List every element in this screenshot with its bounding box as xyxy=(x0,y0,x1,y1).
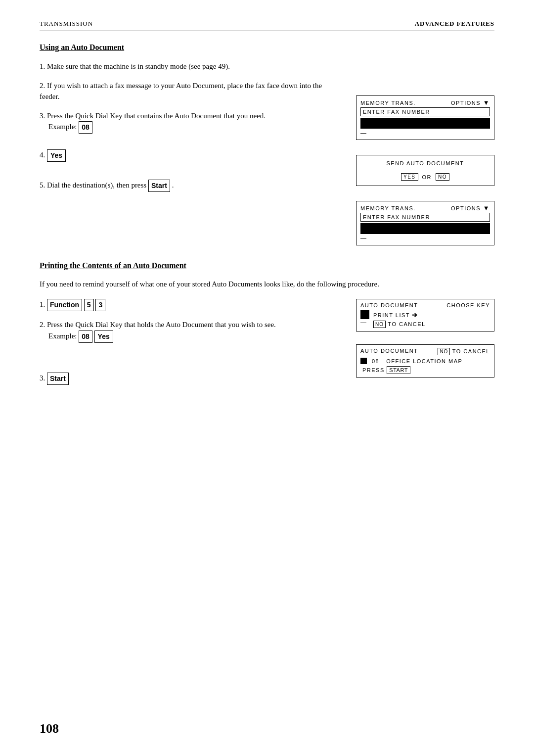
lcd1-right: OPTIONS ▼ xyxy=(451,99,490,106)
header-left: Transmission xyxy=(40,20,93,28)
lcd5-right: NO TO CANCEL xyxy=(438,348,490,355)
page: Transmission Advanced Features Using an … xyxy=(0,0,534,756)
lcd4-no-box: NO xyxy=(373,321,386,328)
lcd2-yes: YES xyxy=(401,173,418,181)
section1: Using an Auto Document 1. Make sure that… xyxy=(40,43,494,245)
section1-right: MEMORY TRANS. OPTIONS ▼ ENTER FAX NUMBER… xyxy=(356,61,494,245)
lcd-screen-2: SEND AUTO DOCUMENT YES OR NO xyxy=(356,155,494,186)
section2-desc: If you need to remind yourself of what o… xyxy=(40,278,494,290)
s2-step-1-key3: 3 xyxy=(95,299,105,311)
step-2: 2. If you wish to attach a fax message t… xyxy=(40,80,341,102)
page-number: 108 xyxy=(40,721,59,736)
s2-step-3-num: 3. xyxy=(40,374,45,382)
lcd5-row1: AUTO DOCUMENT NO TO CANCEL xyxy=(360,348,490,355)
lcd2-or: OR xyxy=(422,174,432,180)
lcd-screen-5: AUTO DOCUMENT NO TO CANCEL 08 OFFICE LOC… xyxy=(356,344,494,378)
lcd5-to-cancel: TO CANCEL xyxy=(452,348,490,354)
lcd4-row1: AUTO DOCUMENT CHOOSE KEY xyxy=(360,302,490,308)
lcd2-title: SEND AUTO DOCUMENT xyxy=(362,160,488,166)
lcd3-cursor: — xyxy=(360,235,490,242)
step-5-start-key: Start xyxy=(148,180,170,192)
lcd3-black-bar xyxy=(360,223,490,234)
s2-step-3-start-key: Start xyxy=(47,373,69,385)
section2-step-2: 2. Press the Quick Dial Key that holds t… xyxy=(40,319,341,343)
lcd5-num: 08 xyxy=(372,358,379,364)
lcd3-arrow: ▼ xyxy=(483,204,490,212)
lcd5-left: AUTO DOCUMENT xyxy=(360,348,418,355)
lcd4-right-block: PRINT LIST ➔ NO TO CANCEL xyxy=(373,311,426,328)
lcd4-left: AUTO DOCUMENT xyxy=(360,302,418,308)
lcd4-body: — PRINT LIST ➔ NO TO CANCEL xyxy=(360,310,490,328)
s2-step-2-key-08: 08 xyxy=(79,331,92,343)
lcd1-cursor: — xyxy=(360,130,490,137)
section2-right: AUTO DOCUMENT CHOOSE KEY — PRINT LIST ➔ xyxy=(356,299,494,393)
lcd2-no: NO xyxy=(436,173,449,181)
section2-content: 1. Function 5 3 2. Press the Quick Dial … xyxy=(40,299,494,393)
lcd5-press-label: PRESS xyxy=(362,367,385,373)
step-4-yes-key: Yes xyxy=(47,149,66,162)
s2-step-1-key5: 5 xyxy=(84,299,94,311)
section2: Printing the Contents of an Auto Documen… xyxy=(40,261,494,393)
step-5-text: Dial the destination(s), then press xyxy=(47,181,148,189)
section2-left: 1. Function 5 3 2. Press the Quick Dial … xyxy=(40,299,356,393)
lcd2-options: YES OR NO xyxy=(362,173,488,181)
section1-title: Using an Auto Document xyxy=(40,43,494,52)
lcd3-row2: ENTER FAX NUMBER xyxy=(360,213,490,222)
lcd5-start-box: START xyxy=(387,366,410,374)
s2-step-1-function-key: Function xyxy=(47,299,82,311)
lcd4-cursor-line: — xyxy=(360,319,367,326)
step-3-key-08: 08 xyxy=(79,121,92,134)
header-right: Advanced Features xyxy=(415,20,494,28)
lcd-screen-3: MEMORY TRANS. OPTIONS ▼ ENTER FAX NUMBER… xyxy=(356,201,494,245)
lcd5-black-sq xyxy=(360,358,367,364)
lcd5-no-box: NO xyxy=(438,348,450,355)
section1-left: 1. Make sure that the machine is in stan… xyxy=(40,61,356,245)
step-2-num: 2. xyxy=(40,82,45,90)
lcd4-arrow-right: ➔ xyxy=(412,311,418,319)
step-1: 1. Make sure that the machine is in stan… xyxy=(40,61,341,72)
step-1-text: Make sure that the machine is in standby… xyxy=(47,62,230,70)
section2-title: Printing the Contents of an Auto Documen… xyxy=(40,261,494,270)
s2-step-2-text: Press the Quick Dial Key that holds the … xyxy=(47,321,276,329)
step-5-period: . xyxy=(172,181,174,189)
step-5-num: 5. xyxy=(40,181,45,189)
lcd5-row3: PRESS START xyxy=(360,366,490,374)
lcd3-left: MEMORY TRANS. xyxy=(360,205,416,211)
step-1-num: 1. xyxy=(40,62,45,70)
lcd1-row2: ENTER FAX NUMBER xyxy=(360,107,490,116)
section2-step-3: 3. Start xyxy=(40,373,341,385)
step-3-text: Press the Quick Dial Key that contains t… xyxy=(47,112,266,120)
section2-step-1: 1. Function 5 3 xyxy=(40,299,341,311)
s2-step-2-yes-key: Yes xyxy=(94,331,113,343)
lcd1-black-bar xyxy=(360,118,490,129)
lcd3-right: OPTIONS ▼ xyxy=(451,204,490,212)
lcd-screen-4: AUTO DOCUMENT CHOOSE KEY — PRINT LIST ➔ xyxy=(356,299,494,331)
lcd1-arrow: ▼ xyxy=(483,99,490,106)
lcd-screen-1: MEMORY TRANS. OPTIONS ▼ ENTER FAX NUMBER… xyxy=(356,95,494,140)
lcd4-black-sq xyxy=(360,310,369,319)
step-4-num: 4. xyxy=(40,151,45,159)
lcd5-text: OFFICE LOCATION MAP xyxy=(386,358,462,364)
step-3-example-label: Example: xyxy=(48,123,79,131)
step-3-num: 3. xyxy=(40,112,45,120)
step-5: 5. Dial the destination(s), then press S… xyxy=(40,180,341,192)
s2-step-2-num: 2. xyxy=(40,321,45,329)
step-2-text: If you wish to attach a fax message to y… xyxy=(40,82,322,101)
lcd5-row2: 08 OFFICE LOCATION MAP xyxy=(360,358,490,364)
page-header: Transmission Advanced Features xyxy=(40,20,494,31)
step-3: 3. Press the Quick Dial Key that contain… xyxy=(40,110,341,134)
lcd1-left: MEMORY TRANS. xyxy=(360,100,416,106)
lcd1-row1: MEMORY TRANS. OPTIONS ▼ xyxy=(360,99,490,106)
lcd4-no-cancel: NO TO CANCEL xyxy=(373,321,426,328)
lcd4-print-list: PRINT LIST ➔ xyxy=(373,311,426,319)
s2-step-2-example: Example: xyxy=(48,332,79,340)
lcd4-right: CHOOSE KEY xyxy=(446,302,490,308)
s2-step-1-num: 1. xyxy=(40,300,45,308)
lcd4-left-block: — xyxy=(360,310,369,326)
lcd3-row1: MEMORY TRANS. OPTIONS ▼ xyxy=(360,204,490,212)
step-4: 4. Yes xyxy=(40,149,341,162)
section1-content: 1. Make sure that the machine is in stan… xyxy=(40,61,494,245)
